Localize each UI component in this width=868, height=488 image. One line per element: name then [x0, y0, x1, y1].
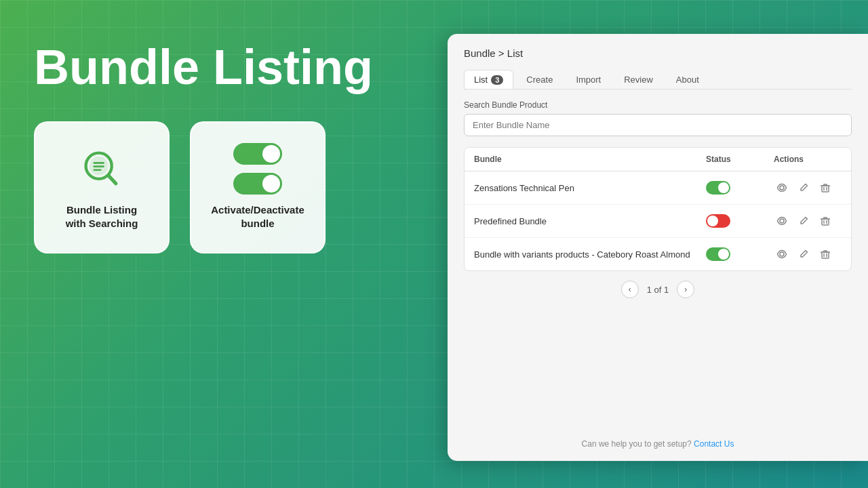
svg-rect-9: [822, 219, 829, 225]
svg-point-6: [780, 186, 784, 190]
edit-button-1[interactable]: [795, 180, 812, 196]
tab-review[interactable]: Review: [614, 70, 663, 89]
svg-line-5: [108, 176, 115, 183]
tab-import[interactable]: Import: [566, 70, 611, 89]
actions-cell-3: [774, 246, 842, 262]
search-label: Search Bundle Product: [464, 100, 852, 110]
search-input[interactable]: [464, 114, 852, 136]
bundle-table: Bundle Status Actions Zensations Technic…: [464, 147, 852, 271]
main-title: Bundle Listing: [34, 41, 427, 94]
list-badge: 3: [491, 75, 503, 85]
svg-point-10: [780, 252, 784, 256]
bundle-name-3: Bundle with variants products - Catebory…: [474, 249, 706, 260]
toggle-active-1[interactable]: [706, 181, 730, 195]
app-window: Bundle > List List 3 Create Import Revie…: [448, 34, 868, 461]
search-section: Search Bundle Product: [464, 100, 852, 136]
footer-text: Can we help you to get setup?: [582, 439, 692, 449]
view-button-2[interactable]: [774, 213, 790, 229]
svg-rect-11: [822, 252, 829, 258]
col-bundle: Bundle: [474, 155, 706, 164]
feature-card-bundle-listing[interactable]: Bundle Listingwith Searching: [34, 121, 170, 253]
view-button-3[interactable]: [774, 246, 790, 262]
bundle-name-1: Zensations Technical Pen: [474, 183, 706, 193]
bundle-name-2: Predefined Bundle: [474, 216, 706, 226]
tab-about[interactable]: About: [666, 70, 709, 89]
contact-us-link[interactable]: Contact Us: [694, 439, 734, 449]
table-row: Bundle with variants products - Catebory…: [465, 238, 851, 270]
feature-card-activate-deactivate[interactable]: Activate/Deactivatebundle: [190, 121, 326, 253]
svg-rect-7: [822, 186, 829, 192]
tabs-bar: List 3 Create Import Review About: [464, 70, 852, 89]
status-cell-2: [706, 214, 774, 228]
col-actions: Actions: [774, 155, 842, 164]
table-row: Predefined Bundle: [465, 205, 851, 238]
cards-row: Bundle Listingwith Searching Activate/De…: [34, 121, 427, 253]
table-row: Zensations Technical Pen: [465, 171, 851, 205]
toggle-inactive-2[interactable]: [706, 214, 730, 228]
card-label-bundle-listing: Bundle Listingwith Searching: [66, 203, 138, 230]
actions-cell-2: [774, 213, 842, 229]
card-label-activate: Activate/Deactivatebundle: [211, 203, 304, 230]
toggle-icon: [231, 145, 285, 192]
pagination: ‹ 1 of 1 ›: [464, 271, 852, 305]
next-page-button[interactable]: ›: [677, 281, 694, 298]
tab-list[interactable]: List 3: [464, 70, 513, 89]
pagination-text: 1 of 1: [647, 285, 669, 295]
edit-button-3[interactable]: [795, 246, 812, 262]
table-header: Bundle Status Actions: [465, 148, 851, 171]
delete-button-3[interactable]: [817, 246, 833, 262]
col-status: Status: [706, 155, 774, 164]
left-panel: Bundle Listing Bundle Listingwith Search…: [0, 0, 461, 488]
toggle-off: [233, 173, 282, 195]
toggle-active-3[interactable]: [706, 247, 730, 261]
actions-cell-1: [774, 180, 842, 196]
status-cell-1: [706, 181, 774, 195]
edit-button-2[interactable]: [795, 213, 812, 229]
magnifier-icon: [75, 145, 129, 192]
breadcrumb: Bundle > List: [464, 47, 852, 59]
status-cell-3: [706, 247, 774, 261]
toggle-on: [233, 143, 282, 165]
app-footer: Can we help you to get setup? Contact Us: [448, 439, 868, 449]
delete-button-1[interactable]: [817, 180, 833, 196]
svg-point-8: [780, 219, 784, 223]
prev-page-button[interactable]: ‹: [621, 281, 639, 298]
view-button-1[interactable]: [774, 180, 790, 196]
delete-button-2[interactable]: [817, 213, 833, 229]
tab-create[interactable]: Create: [516, 70, 563, 89]
